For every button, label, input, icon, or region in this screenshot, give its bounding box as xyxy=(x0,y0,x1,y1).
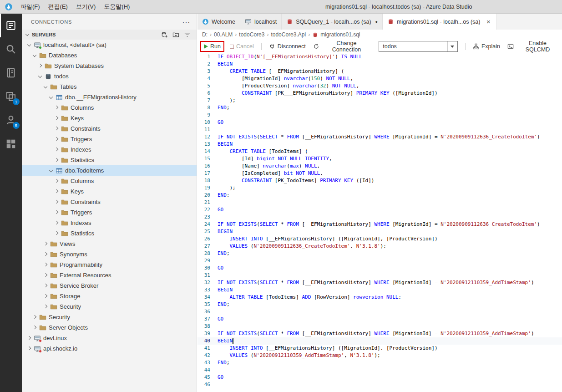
code-editor[interactable]: 1IF OBJECT_ID(N'[__EFMigrationsHistory]'… xyxy=(197,53,562,392)
code-line[interactable]: 31 xyxy=(197,272,562,279)
code-line[interactable]: 5 [ProductVersion] nvarchar(32) NOT NULL… xyxy=(197,82,562,90)
tab-migrations01[interactable]: migrations01.sql - localh...os (sa)× xyxy=(383,14,497,30)
tree-item[interactable]: Security xyxy=(22,312,197,322)
code-line[interactable]: 34 ALTER TABLE [TodoItems] ADD [RowVersi… xyxy=(197,294,562,301)
breadcrumb-item[interactable]: todoCore3 xyxy=(239,31,264,38)
disconnect-button[interactable]: Disconnect xyxy=(266,42,309,51)
code-line[interactable]: 43END; xyxy=(197,359,562,367)
new-connection-icon[interactable] xyxy=(160,31,168,39)
code-line[interactable]: 7 ); xyxy=(197,97,562,104)
change-connection-button[interactable]: Change Connection xyxy=(310,39,375,54)
code-line[interactable]: 6 CONSTRAINT [PK___EFMigrationsHistory] … xyxy=(197,90,562,97)
menu-item[interactable]: 편집(E) xyxy=(44,0,72,13)
tree-item[interactable]: Synonyms xyxy=(22,249,197,260)
explain-button[interactable]: Explain xyxy=(470,42,503,51)
code-line[interactable]: 4 [MigrationId] nvarchar(150) NOT NULL, xyxy=(197,75,562,82)
code-line[interactable]: 9 xyxy=(197,112,562,119)
code-line[interactable]: 22GO xyxy=(197,206,562,214)
breadcrumb-item[interactable]: todoCore3.Api xyxy=(271,31,306,38)
code-line[interactable]: 39IF NOT EXISTS(SELECT * FROM [__EFMigra… xyxy=(197,330,562,337)
run-button[interactable]: Run xyxy=(201,42,223,51)
tree-item[interactable]: Statistics xyxy=(22,155,197,165)
tree-item[interactable]: devLinux xyxy=(22,333,197,343)
tree-item[interactable]: Storage xyxy=(22,291,197,301)
code-line[interactable]: 3 CREATE TABLE [__EFMigrationsHistory] ( xyxy=(197,68,562,75)
tree-item[interactable]: api.shockz.io xyxy=(22,343,197,354)
code-line[interactable]: 30GO xyxy=(197,265,562,272)
code-line[interactable]: 40BEGIN xyxy=(197,337,562,345)
tree-item[interactable]: Columns xyxy=(22,176,197,186)
new-server-group-icon[interactable] xyxy=(172,31,180,39)
tree-item[interactable]: Indexes xyxy=(22,144,197,155)
tree-item[interactable]: External Resources xyxy=(22,270,197,280)
code-line[interactable]: 2BEGIN xyxy=(197,61,562,68)
dirty-indicator[interactable]: ● xyxy=(375,20,378,24)
code-line[interactable]: 41 INSERT INTO [__EFMigrationsHistory] (… xyxy=(197,345,562,352)
code-line[interactable]: 13BEGIN xyxy=(197,141,562,148)
code-line[interactable]: 44 xyxy=(197,367,562,374)
menu-item[interactable]: 보기(V) xyxy=(72,0,100,13)
tree-item[interactable]: Programmability xyxy=(22,260,197,270)
more-actions-icon[interactable]: ··· xyxy=(182,18,190,25)
tree-item[interactable]: Statistics xyxy=(22,228,197,239)
tree-item[interactable]: Server Objects xyxy=(22,322,197,333)
tree-item[interactable]: Constraints xyxy=(22,123,197,134)
breadcrumb-item[interactable]: migrations01.sql xyxy=(320,31,360,38)
breadcrumb-item[interactable]: D: xyxy=(202,31,208,38)
search-icon[interactable] xyxy=(0,37,22,61)
tree-item[interactable]: Keys xyxy=(22,113,197,123)
tree-item[interactable]: dbo.__EFMigrationsHistory xyxy=(22,92,197,102)
close-icon[interactable]: × xyxy=(485,18,492,25)
menu-item[interactable]: 파일(F) xyxy=(16,0,44,13)
code-line[interactable]: 37GO xyxy=(197,316,562,323)
enable-sqlcmd-button[interactable]: Enable SQLCMD xyxy=(505,39,562,54)
extensions-icon[interactable] xyxy=(0,132,22,156)
tree-item[interactable]: Keys xyxy=(22,186,197,197)
code-line[interactable]: 26 INSERT INTO [__EFMigrationsHistory] (… xyxy=(197,235,562,243)
code-line[interactable]: 19 ); xyxy=(197,184,562,192)
database-dropdown[interactable]: todos xyxy=(379,41,458,52)
tree-item[interactable]: Service Broker xyxy=(22,280,197,291)
code-line[interactable]: 21 xyxy=(197,199,562,206)
code-line[interactable]: 32IF NOT EXISTS(SELECT * FROM [__EFMigra… xyxy=(197,279,562,286)
tree-item[interactable]: dbo.TodoItems xyxy=(22,165,197,176)
code-line[interactable]: 8END; xyxy=(197,104,562,112)
code-line[interactable]: 38 xyxy=(197,323,562,330)
code-line[interactable]: 10GO xyxy=(197,119,562,126)
code-line[interactable]: 42 VALUES (N'20200912110359_AddTimeStamp… xyxy=(197,352,562,359)
accounts-icon[interactable]: 5 xyxy=(0,108,22,132)
code-line[interactable]: 1IF OBJECT_ID(N'[__EFMigrationsHistory]'… xyxy=(197,53,562,61)
code-line[interactable]: 27 VALUES (N'20200909112636_CreateTodoIt… xyxy=(197,243,562,250)
code-line[interactable]: 28END; xyxy=(197,250,562,257)
notebooks-icon[interactable] xyxy=(0,61,22,85)
cancel-button[interactable]: Cancel xyxy=(227,42,257,51)
code-line[interactable]: 46 xyxy=(197,381,562,388)
tree-item[interactable]: todos xyxy=(22,71,197,81)
code-line[interactable]: 20END; xyxy=(197,192,562,199)
tab-localhost[interactable]: localhost xyxy=(240,14,282,30)
explorer-icon[interactable]: 1 xyxy=(0,85,22,108)
code-line[interactable]: 14 CREATE TABLE [TodoItems] ( xyxy=(197,148,562,155)
tree-item[interactable]: Columns xyxy=(22,102,197,113)
code-line[interactable]: 25BEGIN xyxy=(197,228,562,235)
code-line[interactable]: 23 xyxy=(197,214,562,221)
code-line[interactable]: 18 CONSTRAINT [PK_TodoItems] PRIMARY KEY… xyxy=(197,177,562,184)
menu-item[interactable]: 도움말(H) xyxy=(100,0,134,13)
tree-item[interactable]: System Databases xyxy=(22,61,197,71)
tree-item[interactable]: localhost, <default> (sa) xyxy=(22,40,197,50)
tree-item[interactable]: Triggers xyxy=(22,134,197,144)
tree-item[interactable]: Constraints xyxy=(22,197,197,207)
tab-sqlquery1[interactable]: SQLQuery_1 - localh...os (sa)● xyxy=(282,14,383,30)
code-line[interactable]: 15 [Id] bigint NOT NULL IDENTITY, xyxy=(197,155,562,163)
code-line[interactable]: 29 xyxy=(197,257,562,265)
code-line[interactable]: 12IF NOT EXISTS(SELECT * FROM [__EFMigra… xyxy=(197,133,562,141)
tree-item[interactable]: Databases xyxy=(22,50,197,61)
code-line[interactable]: 35END; xyxy=(197,301,562,308)
code-line[interactable]: 24IF NOT EXISTS(SELECT * FROM [__EFMigra… xyxy=(197,221,562,228)
tree-item[interactable]: Tables xyxy=(22,81,197,92)
tree-item[interactable]: Indexes xyxy=(22,218,197,228)
code-line[interactable]: 17 [IsCompleted] bit NOT NULL, xyxy=(197,170,562,177)
breadcrumb-item[interactable]: 00.ALM xyxy=(214,31,233,38)
servers-section-header[interactable]: SERVERS xyxy=(22,30,197,40)
code-line[interactable]: 11 xyxy=(197,126,562,133)
